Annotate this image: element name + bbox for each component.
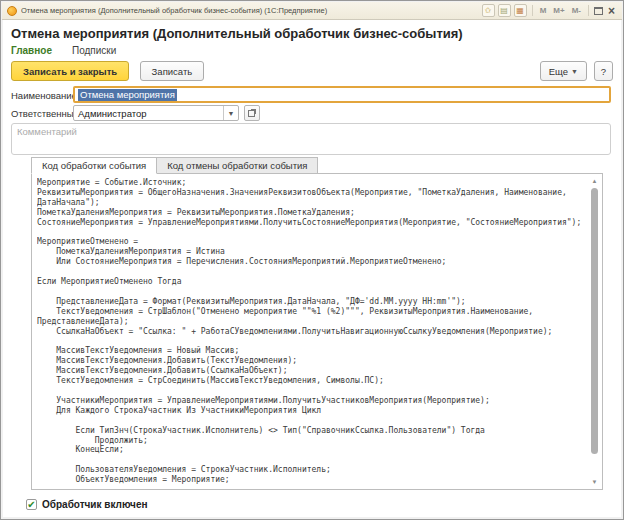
- tab-cancel-handler-code[interactable]: Код отмены обработки события: [156, 157, 318, 174]
- responsible-dropdown-button[interactable]: ▼: [223, 106, 238, 120]
- handler-enabled-label: Обработчик включен: [42, 499, 148, 510]
- name-label: Наименование:: [11, 90, 80, 101]
- save-and-close-button[interactable]: Записать и закрыть: [11, 61, 129, 81]
- divider: [532, 5, 533, 16]
- name-input-selected-text: Отмена мероприятия: [78, 89, 177, 101]
- 1c-app-icon: [7, 6, 17, 16]
- tab-main[interactable]: Главное: [11, 45, 52, 56]
- tab-subscriptions[interactable]: Подписки: [72, 45, 116, 56]
- font-scale-decrease-button[interactable]: M-: [570, 6, 583, 15]
- responsible-open-button[interactable]: [244, 105, 260, 121]
- font-scale-increase-button[interactable]: M+: [551, 6, 566, 15]
- more-button[interactable]: Еще ▼: [540, 61, 587, 81]
- chevron-down-icon: ▼: [228, 110, 235, 117]
- comment-input[interactable]: Комментарий: [11, 123, 611, 155]
- name-input[interactable]: Отмена мероприятия: [73, 86, 611, 103]
- vertical-scrollbar[interactable]: ▲ ▼: [588, 175, 601, 488]
- window-title: Отмена мероприятия (Дополнительный обраб…: [21, 6, 478, 15]
- open-in-new-icon: [248, 109, 256, 117]
- comment-placeholder: Комментарий: [17, 126, 77, 137]
- responsible-value: Администратор: [74, 108, 223, 119]
- scroll-down-icon[interactable]: ▼: [588, 476, 601, 488]
- close-button[interactable]: ×: [606, 5, 617, 17]
- calendar-icon[interactable]: ▤: [498, 4, 511, 17]
- responsible-input[interactable]: Администратор ▼: [73, 105, 239, 121]
- window-controls: ✩ ▤ ▦ M M+ M- ×: [482, 4, 617, 17]
- scrollbar-thumb[interactable]: [591, 188, 598, 454]
- scroll-up-icon[interactable]: ▲: [588, 175, 601, 187]
- more-button-label: Еще: [549, 66, 568, 77]
- save-button[interactable]: Записать: [140, 61, 205, 81]
- page-title: Отмена мероприятия (Дополнительный обраб…: [11, 26, 463, 41]
- help-button[interactable]: ?: [594, 61, 613, 81]
- code-text[interactable]: Мероприятие = Событие.Источник; Реквизит…: [37, 178, 586, 486]
- divider: [588, 5, 589, 16]
- maximize-button[interactable]: [594, 7, 603, 15]
- responsible-label: Ответственный:: [11, 108, 82, 119]
- chevron-down-icon: ▼: [571, 68, 578, 75]
- handler-enabled-checkbox[interactable]: ✔: [26, 499, 37, 510]
- code-editor[interactable]: Мероприятие = Событие.Источник; Реквизит…: [31, 173, 603, 490]
- app-window: Отмена мероприятия (Дополнительный обраб…: [0, 0, 624, 520]
- window-titlebar: Отмена мероприятия (Дополнительный обраб…: [2, 2, 622, 20]
- form-nav-tabs: Главное Подписки: [11, 45, 116, 56]
- history-icon[interactable]: ▦: [514, 4, 527, 17]
- handler-enabled-row: ✔ Обработчик включен: [26, 499, 148, 510]
- command-bar: Записать и закрыть Записать Еще ▼ ?: [11, 61, 613, 82]
- font-scale-normal-button[interactable]: M: [538, 6, 549, 15]
- code-tabs: Код обработки события Код отмены обработ…: [31, 157, 317, 174]
- favorites-icon[interactable]: ✩: [482, 4, 495, 17]
- tab-event-handler-code[interactable]: Код обработки события: [31, 157, 157, 174]
